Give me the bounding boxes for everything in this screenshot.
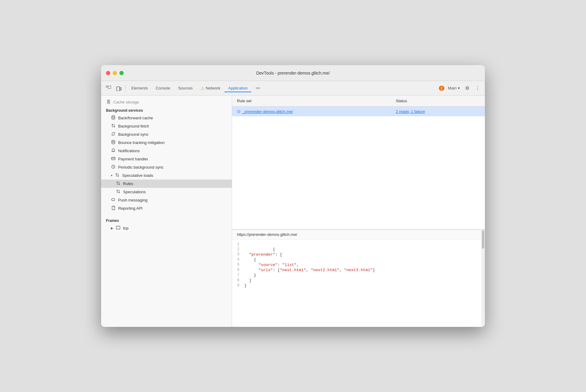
svg-rect-6 [111, 157, 115, 160]
cache-icon: 🗄 [106, 100, 111, 104]
database-icon [111, 115, 116, 121]
sidebar-item-speculations[interactable]: Speculations [101, 188, 232, 196]
sidebar-item-background-sync[interactable]: Background sync [101, 130, 232, 138]
code-line-7: 7 } [232, 273, 485, 278]
sidebar-item-cache-storage[interactable]: 🗄 Cache storage [101, 98, 232, 106]
code-line-8: 8 ] [232, 278, 485, 283]
window-controls [106, 71, 124, 75]
tab-network[interactable]: ⚠ Network [197, 84, 224, 93]
sync-icon [111, 132, 116, 137]
code-line-2: 2 { [232, 247, 485, 252]
sidebar-item-speculations-label: Speculations [123, 190, 146, 194]
svg-rect-8 [116, 226, 120, 229]
device-toolbar-button[interactable] [114, 83, 124, 93]
speculative-icon [115, 173, 120, 178]
sidebar-item-payment-handler[interactable]: Payment handler [101, 155, 232, 163]
code-line-9: 9 } [232, 283, 485, 288]
card-icon [111, 156, 116, 162]
code-line-5: 5 "source": "list", [232, 262, 485, 268]
rules-table-area: Rule set Status ⊙ _prerender-demos.glitc… [232, 96, 485, 229]
line-num-9: 9 [232, 283, 244, 288]
line-num-6: 6 [232, 268, 244, 272]
svg-rect-2 [117, 87, 120, 91]
sidebar-item-back-forward-cache[interactable]: Back/forward cache [101, 114, 232, 122]
svg-rect-3 [120, 88, 121, 90]
rules-table: Rule set Status ⊙ _prerender-demos.glitc… [232, 96, 485, 116]
frames-section-label: Frames [101, 216, 232, 224]
sidebar-item-reporting-api[interactable]: Reporting API [101, 204, 232, 212]
minimize-button[interactable] [113, 71, 117, 75]
table-row[interactable]: ⊙ _prerender-demos.glitch.me/ 2 ready, 1… [232, 107, 485, 117]
window-title: DevTools - prerender-demos.glitch.me/ [256, 71, 330, 75]
sidebar-item-reporting-label: Reporting API [118, 206, 143, 211]
sidebar-item-bounce-tracking[interactable]: Bounce tracking mitigation [101, 138, 232, 147]
tab-application[interactable]: Application [224, 84, 251, 92]
line-code-5: "source": "list", [244, 263, 299, 267]
sidebar-item-notifications[interactable]: Notifications [101, 147, 232, 155]
code-scrollbar[interactable] [481, 230, 485, 327]
sidebar-item-push-label: Push messaging [118, 198, 147, 202]
line-code-8: ] [244, 278, 251, 283]
code-line-3: 3 "prerender": [ [232, 252, 485, 257]
sidebar-item-periodic-sync[interactable]: Periodic background sync [101, 163, 232, 171]
cloud-icon [111, 198, 116, 203]
settings-button[interactable]: ⚙ [462, 83, 472, 93]
code-url: https://prerender-demos.glitch.me/ [232, 230, 485, 240]
issues-badge[interactable]: 2 [439, 86, 444, 91]
arrows-updown-icon [111, 124, 116, 129]
rule-url-link[interactable]: _prerender-demos.glitch.me/ [242, 109, 293, 114]
table-header: Rule set Status [232, 96, 485, 107]
tab-console[interactable]: Console [152, 84, 174, 92]
sidebar-item-top-label: top [123, 226, 129, 230]
inspect-element-button[interactable] [104, 83, 113, 93]
sidebar-item-background-fetch[interactable]: Background fetch [101, 122, 232, 130]
rules-icon [116, 181, 121, 186]
sidebar-item-frames-top[interactable]: ▶ top [101, 224, 232, 232]
background-services-label: Background services [101, 106, 232, 114]
line-code-2: { [244, 247, 275, 252]
sidebar-item-speculative-label: Speculative loads [122, 173, 153, 178]
code-content: 1 2 { 3 "prerender": [ 4 { [232, 240, 485, 327]
maximize-button[interactable] [119, 71, 124, 75]
tab-elements[interactable]: Elements [128, 84, 151, 92]
frame-icon [116, 226, 121, 231]
line-code-4: { [244, 257, 256, 262]
line-code-3: "prerender": [ [244, 252, 282, 257]
sidebar-item-rules[interactable]: Rules [101, 180, 232, 188]
scrollbar-thumb[interactable] [482, 230, 484, 249]
sidebar-item-rules-label: Rules [123, 181, 133, 186]
sidebar-item-background-fetch-label: Background fetch [118, 124, 149, 128]
tab-sources[interactable]: Sources [175, 84, 196, 92]
toolbar: Elements Console Sources ⚠ Network Appli… [101, 81, 485, 96]
close-button[interactable] [106, 71, 110, 75]
sidebar-item-notifications-label: Notifications [118, 149, 140, 153]
tab-more[interactable]: >> [252, 84, 264, 92]
svg-point-5 [112, 140, 115, 142]
sidebar-item-periodic-sync-label: Periodic background sync [118, 165, 164, 170]
sidebar-item-speculative-loads[interactable]: ▾ Speculative loads [101, 171, 232, 180]
status-value[interactable]: 2 ready, 1 failure [396, 109, 425, 114]
sidebar: 🗄 Cache storage Background services Back… [101, 96, 232, 327]
bounce-icon [111, 140, 116, 145]
expand-arrow-icon: ▾ [111, 174, 112, 177]
line-num-4: 4 [232, 257, 244, 262]
table-body: ⊙ _prerender-demos.glitch.me/ 2 ready, 1… [232, 107, 485, 117]
bell-icon [111, 148, 116, 153]
line-num-7: 7 [232, 273, 244, 277]
frames-expand-icon: ▶ [111, 226, 113, 230]
code-panel: https://prerender-demos.glitch.me/ 1 2 {… [232, 229, 485, 327]
line-code-7: } [244, 273, 256, 278]
svg-rect-0 [106, 86, 108, 87]
network-warning-icon: ⚠ [201, 86, 205, 91]
col-status: Status [391, 96, 485, 107]
sidebar-item-back-forward-label: Back/forward cache [118, 116, 153, 120]
sidebar-item-push-messaging[interactable]: Push messaging [101, 196, 232, 204]
line-num-1: 1 [232, 242, 244, 247]
code-line-1: 1 [232, 242, 485, 247]
speculations-icon [116, 189, 121, 194]
status-cell[interactable]: 2 ready, 1 failure [391, 107, 485, 117]
sidebar-item-cache-label: Cache storage [113, 100, 139, 104]
devtools-window: DevTools - prerender-demos.glitch.me/ El… [101, 65, 485, 327]
main-dropdown[interactable]: Main ▾ [446, 85, 462, 92]
more-options-button[interactable]: ⋮ [473, 83, 482, 93]
